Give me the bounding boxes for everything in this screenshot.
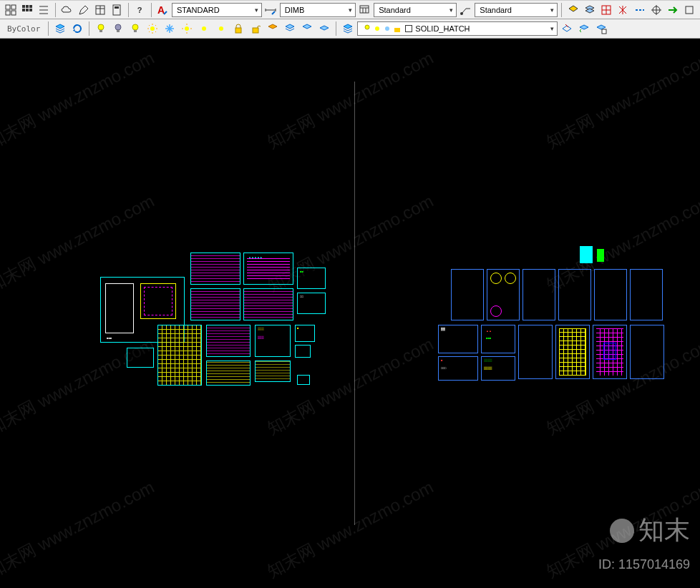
table-icon <box>94 4 106 16</box>
separator <box>151 3 152 17</box>
btn-layer-h[interactable] <box>682 2 697 18</box>
btn-layer-e[interactable] <box>632 2 647 18</box>
toolbar-styles-row: ? A STANDARD▾ DIMB▾ Standard▾ Standard▾ <box>0 0 700 19</box>
btn-layertool2[interactable] <box>576 21 592 36</box>
lock-icon <box>392 24 402 34</box>
btn-help[interactable]: ? <box>132 2 147 18</box>
target-icon <box>651 4 662 16</box>
mleader-style-combo[interactable]: Standard▾ <box>475 3 558 17</box>
dash-icon <box>634 4 646 16</box>
btn-tool4[interactable] <box>109 2 124 18</box>
svg-rect-6 <box>29 5 32 8</box>
svg-point-68 <box>385 26 389 31</box>
btn-layer-f[interactable] <box>648 2 663 18</box>
toolbar-layers-row: ByColor SOLID_HATCH ▾ <box>0 19 700 39</box>
sun-icon <box>147 23 158 34</box>
svg-rect-70 <box>602 29 606 34</box>
btn-tool2[interactable] <box>76 2 91 18</box>
btn-list[interactable] <box>36 2 51 18</box>
btn-layers1[interactable] <box>265 21 281 36</box>
btn-layer-b[interactable] <box>582 2 597 18</box>
btn-textstyle[interactable]: A <box>155 2 170 18</box>
btn-sun1[interactable] <box>145 21 160 36</box>
drawing-sheet <box>243 288 293 320</box>
svg-point-38 <box>98 24 104 30</box>
btn-grid1[interactable] <box>3 2 18 18</box>
drawing-sheet <box>295 345 311 358</box>
svg-rect-2 <box>6 11 10 15</box>
btn-layerstack[interactable] <box>52 21 68 36</box>
watermark-text: 知末网 www.znzmo.com <box>0 476 158 583</box>
btn-mleaderstyle[interactable] <box>458 2 473 18</box>
btn-bulb-off[interactable] <box>110 21 126 36</box>
btn-tablestyle[interactable] <box>357 2 372 18</box>
btn-bulb2[interactable] <box>127 21 143 36</box>
layer-color-swatch <box>405 25 412 32</box>
unlock-icon <box>250 23 261 34</box>
btn-grid2[interactable] <box>19 2 34 18</box>
svg-rect-69 <box>394 28 400 32</box>
drawing-content <box>105 283 134 333</box>
stack-icon <box>54 23 66 34</box>
btn-dimstyle[interactable] <box>263 2 278 18</box>
btn-refresh[interactable] <box>69 21 85 36</box>
bulb-icon <box>362 24 372 34</box>
dim-style-combo[interactable]: DIMB▾ <box>280 3 356 17</box>
text-style-combo[interactable]: STANDARD▾ <box>172 3 261 17</box>
brand-logo-icon <box>610 519 634 543</box>
table-style-combo[interactable]: Standard▾ <box>374 3 457 17</box>
btn-layer-g[interactable] <box>666 2 681 18</box>
btn-sun3[interactable] <box>196 21 212 36</box>
drawing-sheet <box>555 325 590 379</box>
drawing-sheet <box>630 269 663 320</box>
brand-text: 知末 <box>638 513 690 548</box>
watermark-text: 知末网 www.znzmo.com <box>263 46 437 154</box>
arrow-r-icon <box>667 4 679 16</box>
leader-icon <box>460 4 472 16</box>
drawing-legend <box>580 246 593 263</box>
btn-layer-c[interactable] <box>599 2 614 18</box>
separator <box>128 3 129 17</box>
drawing-sheet <box>630 325 664 379</box>
btn-tool1[interactable] <box>59 2 74 18</box>
mleader-style-value: Standard <box>480 6 512 14</box>
sun-icon <box>215 23 227 34</box>
layer-state-icon <box>596 23 607 34</box>
layer-combo[interactable]: SOLID_HATCH ▾ <box>357 21 558 36</box>
btn-sun4[interactable] <box>213 21 229 36</box>
sun-icon <box>382 24 392 34</box>
btn-sun2[interactable] <box>179 21 195 36</box>
watermark-text: 知末网 www.znzmo.com <box>263 476 437 583</box>
layers-icon <box>319 23 330 34</box>
grid-icon <box>5 4 16 16</box>
dim-icon <box>265 4 276 16</box>
btn-layer-a[interactable] <box>565 2 580 18</box>
btn-tool3[interactable] <box>92 2 107 18</box>
layers-icon <box>301 23 313 34</box>
layers-icon <box>267 23 278 34</box>
drawing-sheet: ▓▓ <box>438 325 478 353</box>
btn-freeze[interactable] <box>162 21 178 36</box>
svg-rect-65 <box>253 28 258 33</box>
svg-rect-20 <box>360 6 369 13</box>
btn-lock[interactable] <box>230 21 246 36</box>
drawing-sheet <box>522 269 555 320</box>
svg-rect-37 <box>686 6 693 14</box>
btn-layertool3[interactable] <box>593 21 609 36</box>
btn-layerprop[interactable] <box>340 21 356 36</box>
drawing-sheet <box>206 325 251 357</box>
btn-layer-d[interactable] <box>616 2 631 18</box>
chevron-down-icon: ▾ <box>550 6 554 14</box>
btn-layertool1[interactable] <box>559 21 575 36</box>
svg-point-67 <box>375 26 379 31</box>
drawing-canvas[interactable]: 知末网 www.znzmo.com 知末网 www.znzmo.com 知末网 … <box>0 39 700 587</box>
drawing-sheet: ▲▲▲▲▲ <box>243 253 293 285</box>
svg-point-42 <box>132 24 138 30</box>
btn-bulb1[interactable] <box>93 21 109 36</box>
btn-unlock[interactable] <box>248 21 263 36</box>
svg-rect-9 <box>29 9 32 11</box>
pencil-icon <box>78 4 89 16</box>
btn-layers2[interactable] <box>282 21 298 36</box>
btn-layers3[interactable] <box>299 21 315 36</box>
btn-layers4[interactable] <box>316 21 332 36</box>
